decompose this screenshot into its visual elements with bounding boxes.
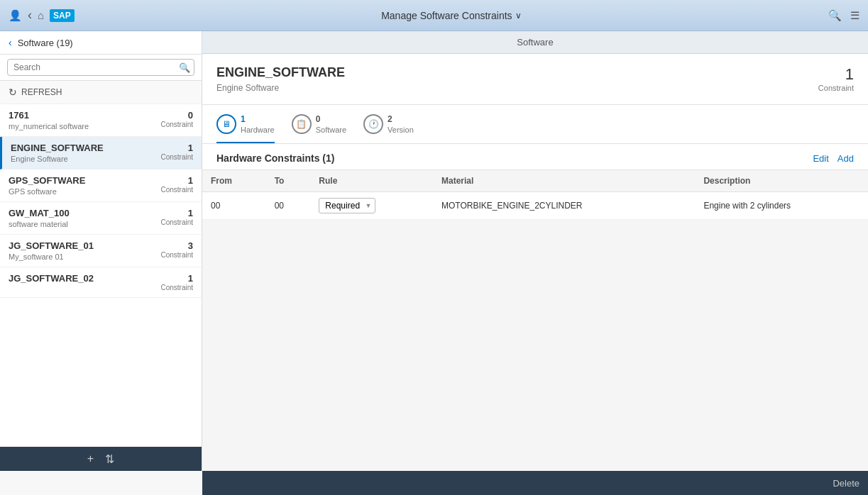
sidebar-item-info: ENGINE_SOFTWARE Engine Software: [11, 143, 104, 163]
cell-description: Engine with 2 cylinders: [695, 192, 868, 220]
sidebar-item-jg-software-01[interactable]: JG_SOFTWARE_01 My_software 01 3 Constrai…: [0, 235, 202, 267]
col-material: Material: [433, 170, 695, 192]
sidebar: ‹ Software (19) 🔍 ↻ REFRESH 1761 my_nume…: [0, 31, 202, 471]
tab-software[interactable]: 📋 0 Software: [292, 113, 346, 143]
top-bar-right: 🔍 ☰: [828, 9, 859, 22]
sidebar-item-sub: software material: [9, 220, 70, 228]
search-icon[interactable]: 🔍: [828, 9, 842, 22]
sidebar-item-count: 3: [160, 240, 193, 251]
add-button[interactable]: Add: [837, 153, 854, 164]
constraints-header: Hardware Constraints (1) Edit Add: [202, 144, 868, 169]
detail-title-area: ENGINE_SOFTWARE Engine Software: [216, 65, 345, 93]
tab-hardware[interactable]: 🖥 1 Hardware: [216, 113, 275, 143]
tab-version-count: 2: [388, 114, 392, 124]
sidebar-item-constraint-label: Constraint: [160, 218, 193, 226]
user-icon[interactable]: 👤: [9, 9, 22, 22]
tab-version-label: Version: [388, 126, 414, 134]
sidebar-item-info: GW_MAT_100 software material: [9, 208, 70, 228]
sidebar-item-constraint-label: Constraint: [160, 186, 193, 194]
cell-to: 00: [266, 192, 311, 220]
sidebar-list: 1761 my_numerical software 0 Constraint …: [0, 104, 202, 447]
sidebar-item-gw-mat-100[interactable]: GW_MAT_100 software material 1 Constrain…: [0, 202, 202, 235]
tab-software-label: Software: [316, 126, 346, 134]
tab-hardware-info: 1 Hardware: [241, 113, 275, 135]
col-rule: Rule: [310, 170, 433, 192]
cell-from: 00: [202, 192, 266, 220]
sidebar-item-constraint-label: Constraint: [160, 121, 193, 128]
constraints-title: Hardware Constraints (1): [216, 152, 334, 164]
constraints-section: Hardware Constraints (1) Edit Add From T…: [202, 144, 868, 220]
col-from: From: [202, 170, 266, 192]
tab-hardware-label: Hardware: [241, 126, 275, 134]
sidebar-item-engine-software[interactable]: ENGINE_SOFTWARE Engine Software 1 Constr…: [0, 137, 202, 169]
sidebar-item-gps-software[interactable]: GPS_SOFTWARE GPS software 1 Constraint: [0, 169, 202, 202]
sidebar-item-name: 1761: [9, 110, 89, 121]
sidebar-item-info: JG_SOFTWARE_02: [9, 273, 94, 285]
constraints-table: From To Rule Material Description 00 00: [202, 169, 868, 220]
app-title-text: Manage Software Constraints: [381, 10, 512, 21]
sidebar-item-info: 1761 my_numerical software: [9, 110, 89, 130]
edit-button[interactable]: Edit: [813, 153, 828, 164]
content-header: Software: [202, 31, 868, 54]
refresh-icon: ↻: [9, 87, 17, 98]
app-title: Manage Software Constraints ∨: [381, 10, 521, 21]
sidebar-item-badge: 1 Constraint: [160, 143, 193, 161]
main-layout: ‹ Software (19) 🔍 ↻ REFRESH 1761 my_nume…: [0, 31, 868, 471]
hardware-tab-icon: 🖥: [216, 114, 236, 134]
sidebar-item-name: GPS_SOFTWARE: [9, 175, 85, 186]
delete-button[interactable]: Delete: [833, 478, 859, 489]
detail-count-number: 1: [818, 65, 854, 84]
add-item-button[interactable]: +: [87, 452, 94, 465]
detail-count-label: Constraint: [818, 84, 854, 92]
sidebar-item-badge: 1 Constraint: [160, 273, 193, 291]
sidebar-item-badge: 3 Constraint: [160, 240, 193, 259]
sidebar-item-1761[interactable]: 1761 my_numerical software 0 Constraint: [0, 104, 202, 137]
search-wrapper: 🔍: [7, 59, 194, 76]
detail-header: ENGINE_SOFTWARE Engine Software 1 Constr…: [202, 54, 868, 105]
search-input[interactable]: [7, 59, 194, 76]
content-header-title: Software: [517, 37, 553, 48]
sort-button[interactable]: ⇅: [105, 452, 114, 466]
sidebar-item-count: 1: [160, 273, 193, 284]
sidebar-item-name: JG_SOFTWARE_01: [9, 240, 94, 251]
table-wrapper: From To Rule Material Description 00 00: [202, 169, 868, 220]
top-bar: 👤 ‹ ⌂ SAP Manage Software Constraints ∨ …: [0, 0, 868, 31]
sidebar-header: ‹ Software (19): [0, 31, 202, 55]
tab-version[interactable]: 🕐 2 Version: [363, 113, 414, 143]
sidebar-back-button[interactable]: ‹: [9, 37, 12, 48]
sidebar-item-name: GW_MAT_100: [9, 208, 70, 218]
sidebar-item-badge: 1 Constraint: [160, 208, 193, 226]
constraints-actions: Edit Add: [813, 153, 854, 164]
sidebar-item-constraint-label: Constraint: [160, 153, 193, 161]
sidebar-item-sub: My_software 01: [9, 252, 94, 261]
rule-select[interactable]: Required Excluded Optional: [319, 198, 375, 213]
sidebar-item-constraint-label: Constraint: [160, 251, 193, 259]
cell-material: MOTORBIKE_ENGINE_2CYLINDER: [433, 192, 695, 220]
top-bar-left: 👤 ‹ ⌂ SAP: [9, 8, 75, 23]
sidebar-item-sub: GPS software: [9, 187, 85, 196]
sidebar-item-constraint-label: Constraint: [160, 284, 193, 291]
refresh-button[interactable]: ↻ REFRESH: [0, 81, 202, 104]
sidebar-item-count: 1: [160, 175, 193, 186]
sidebar-item-sub: Engine Software: [11, 155, 104, 163]
software-tab-icon: 📋: [292, 114, 312, 134]
bottom-bar: Delete: [202, 471, 868, 495]
sidebar-item-count: 1: [160, 208, 193, 218]
sidebar-item-jg-software-02[interactable]: JG_SOFTWARE_02 1 Constraint: [0, 267, 202, 298]
col-description: Description: [695, 170, 868, 192]
sidebar-item-sub: my_numerical software: [9, 122, 89, 130]
table-row: 00 00 Required Excluded Optional: [202, 192, 868, 220]
sidebar-search-container: 🔍: [0, 55, 202, 81]
tab-software-count: 0: [316, 114, 321, 124]
sidebar-item-info: JG_SOFTWARE_01 My_software 01: [9, 240, 94, 261]
sidebar-item-info: GPS_SOFTWARE GPS software: [9, 175, 85, 196]
sidebar-title: Software (19): [18, 38, 193, 48]
table-header-row: From To Rule Material Description: [202, 170, 868, 192]
sidebar-item-badge: 1 Constraint: [160, 175, 193, 194]
tab-software-info: 0 Software: [316, 113, 346, 135]
refresh-label: REFRESH: [21, 87, 62, 97]
chevron-down-icon[interactable]: ∨: [515, 11, 522, 21]
menu-icon[interactable]: ☰: [850, 9, 859, 22]
back-icon[interactable]: ‹: [28, 8, 32, 23]
home-icon[interactable]: ⌂: [38, 9, 44, 21]
